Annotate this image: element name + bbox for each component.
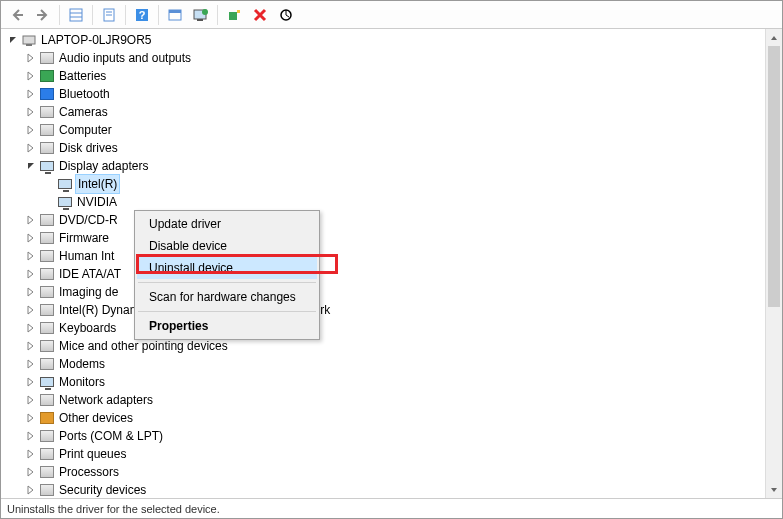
tree-category[interactable]: Disk drives [3,139,782,157]
scroll-up-button[interactable] [766,29,782,46]
toolbar-separator [158,5,159,25]
expand-icon[interactable] [25,106,37,118]
tree-item-label: Print queues [57,445,128,463]
update-driver-toolbar-button[interactable] [189,3,213,27]
expand-icon[interactable] [25,448,37,460]
scroll-thumb[interactable] [768,46,780,307]
tree-item-label: Keyboards [57,319,118,337]
tree-category[interactable]: Monitors [3,373,782,391]
expand-icon[interactable] [25,70,37,82]
expand-icon[interactable] [25,340,37,352]
collapse-icon[interactable] [25,160,37,172]
expand-icon[interactable] [25,322,37,334]
scroll-track[interactable] [766,46,782,481]
scan-hardware-toolbar-button[interactable] [274,3,298,27]
action-button[interactable] [163,3,187,27]
tree-item-label: Computer [57,121,114,139]
forward-button[interactable] [31,3,55,27]
tree-category[interactable]: Computer [3,121,782,139]
tree-category[interactable]: IDE ATA/AT [3,265,782,283]
tree-category[interactable]: Security devices [3,481,782,498]
expand-icon[interactable] [25,232,37,244]
status-bar: Uninstalls the driver for the selected d… [1,498,782,518]
tree-category[interactable]: Human Int [3,247,782,265]
computer-icon [22,33,36,47]
tree-category[interactable]: Mice and other pointing devices [3,337,782,355]
add-legacy-button[interactable] [222,3,246,27]
show-hidden-button[interactable] [64,3,88,27]
tree-item-label: Firmware [57,229,111,247]
tree-root[interactable]: LAPTOP-0LJR9OR5 [3,31,782,49]
toolbar-separator [217,5,218,25]
add-hardware-icon [227,8,241,22]
tree-category[interactable]: Audio inputs and outputs [3,49,782,67]
menu-scan-hardware[interactable]: Scan for hardware changes [137,286,317,308]
tree-item-label: LAPTOP-0LJR9OR5 [39,31,154,49]
tree-category[interactable]: DVD/CD-R [3,211,782,229]
tree-category[interactable]: Ports (COM & LPT) [3,427,782,445]
menu-properties[interactable]: Properties [137,315,317,337]
svg-rect-16 [23,36,35,44]
tree-category[interactable]: Imaging de [3,283,782,301]
tree-category[interactable]: Batteries [3,67,782,85]
tree-category[interactable]: Processors [3,463,782,481]
tree-category[interactable]: Network adapters [3,391,782,409]
expand-icon[interactable] [25,304,37,316]
tree-item-label: Ports (COM & LPT) [57,427,165,445]
menu-separator [138,311,316,312]
arrow-right-icon [36,8,50,22]
tree-category[interactable]: Other devices [3,409,782,427]
expand-icon[interactable] [25,250,37,262]
tree-category[interactable]: Keyboards [3,319,782,337]
tree-category[interactable]: Intel(R) Dynamic Platform and Thermal Fr… [3,301,782,319]
expand-icon[interactable] [25,286,37,298]
scroll-down-button[interactable] [766,481,782,498]
expand-icon[interactable] [25,142,37,154]
menu-update-driver[interactable]: Update driver [137,213,317,235]
tree-category[interactable]: Bluetooth [3,85,782,103]
main-pane: LAPTOP-0LJR9OR5Audio inputs and outputsB… [1,29,782,498]
vertical-scrollbar[interactable] [765,29,782,498]
tree-device[interactable]: Intel(R) [3,175,782,193]
device-category-icon [39,86,55,102]
properties-toolbar-button[interactable] [97,3,121,27]
context-menu: Update driver Disable device Uninstall d… [134,210,320,340]
tree-item-label: Processors [57,463,121,481]
tree-category[interactable]: Cameras [3,103,782,121]
tree-category[interactable]: Display adapters [3,157,782,175]
tree-item-label: Imaging de [57,283,120,301]
expand-icon[interactable] [25,124,37,136]
collapse-icon[interactable] [7,34,19,46]
expand-icon[interactable] [25,412,37,424]
uninstall-toolbar-button[interactable] [248,3,272,27]
tree-category[interactable]: Modems [3,355,782,373]
back-button[interactable] [5,3,29,27]
expand-icon[interactable] [25,430,37,442]
expand-icon[interactable] [25,358,37,370]
menu-uninstall-device[interactable]: Uninstall device [137,257,317,279]
expand-icon[interactable] [25,52,37,64]
expand-icon[interactable] [25,484,37,496]
device-category-icon [39,356,55,372]
expand-icon[interactable] [25,88,37,100]
chevron-down-icon [770,486,778,494]
tree-device[interactable]: NVIDIA [3,193,782,211]
expand-icon[interactable] [25,394,37,406]
device-category-icon [39,302,55,318]
svg-rect-17 [26,44,32,46]
menu-disable-device[interactable]: Disable device [137,235,317,257]
tree-item-label: Modems [57,355,107,373]
tree-category[interactable]: Print queues [3,445,782,463]
toolbar-separator [92,5,93,25]
x-icon [253,8,267,22]
expand-icon[interactable] [25,376,37,388]
device-category-icon [39,428,55,444]
tree-category[interactable]: Firmware [3,229,782,247]
device-category-icon [39,230,55,246]
expand-icon[interactable] [25,214,37,226]
tree-item-label: Disk drives [57,139,120,157]
help-button[interactable]: ? [130,3,154,27]
expand-icon[interactable] [25,268,37,280]
device-tree[interactable]: LAPTOP-0LJR9OR5Audio inputs and outputsB… [1,29,782,498]
expand-icon[interactable] [25,466,37,478]
